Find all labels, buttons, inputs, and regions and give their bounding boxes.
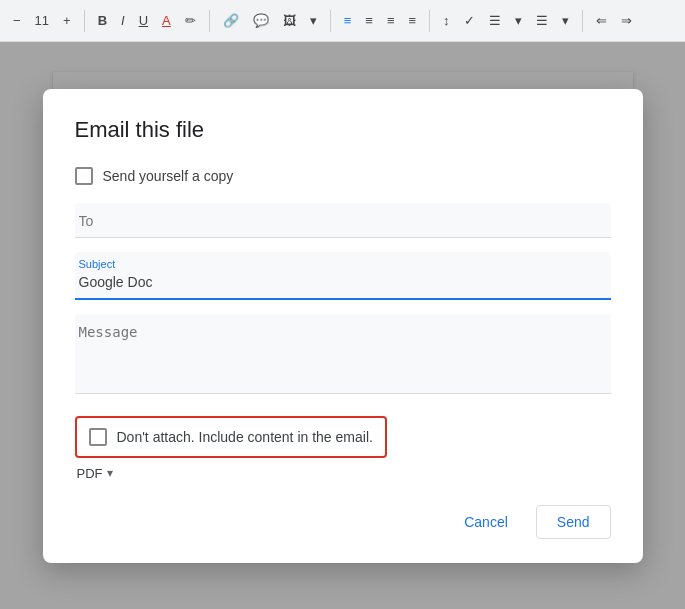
toolbar-divider-2 — [209, 10, 210, 32]
indent-decrease-button[interactable]: ⇐ — [591, 11, 612, 30]
send-copy-label: Send yourself a copy — [103, 168, 234, 184]
list-ordered-button[interactable]: ☰ — [531, 11, 553, 30]
toolbar-divider-1 — [84, 10, 85, 32]
list-unordered-dropdown[interactable]: ▾ — [510, 11, 527, 30]
message-input[interactable] — [75, 314, 611, 394]
list-unordered-button[interactable]: ☰ — [484, 11, 506, 30]
image-dropdown[interactable]: ▾ — [305, 11, 322, 30]
toolbar-divider-5 — [582, 10, 583, 32]
decrease-font-button[interactable]: − — [8, 11, 26, 30]
justify-button[interactable]: ≡ — [404, 11, 422, 30]
cancel-button[interactable]: Cancel — [448, 506, 524, 538]
send-button[interactable]: Send — [536, 505, 611, 539]
attach-checkbox[interactable] — [89, 428, 107, 446]
email-dialog: Email this file Send yourself a copy Sub… — [43, 89, 643, 563]
dialog-title: Email this file — [75, 117, 611, 143]
highlight-button[interactable]: ✏ — [180, 11, 201, 30]
toolbar-divider-3 — [330, 10, 331, 32]
toolbar: − 11 + B I U A ✏ 🔗 💬 🖼 ▾ ≡ ≡ ≡ ≡ ↕ ✓ ☰ ▾… — [0, 0, 685, 42]
pdf-label: PDF — [77, 466, 103, 481]
to-input[interactable] — [75, 203, 611, 238]
font-size-display: 11 — [30, 11, 54, 30]
dialog-actions: Cancel Send — [75, 505, 611, 539]
send-copy-checkbox[interactable] — [75, 167, 93, 185]
comment-button[interactable]: 💬 — [248, 11, 274, 30]
align-center-button[interactable]: ≡ — [360, 11, 378, 30]
indent-increase-button[interactable]: ⇒ — [616, 11, 637, 30]
checklist-button[interactable]: ✓ — [459, 11, 480, 30]
font-color-button[interactable]: A — [157, 11, 176, 30]
link-button[interactable]: 🔗 — [218, 11, 244, 30]
subject-label: Subject — [79, 258, 116, 270]
attach-label: Don't attach. Include content in the ema… — [117, 429, 373, 445]
underline-button[interactable]: U — [134, 11, 153, 30]
message-field-group — [75, 314, 611, 398]
image-button[interactable]: 🖼 — [278, 11, 301, 30]
line-spacing-button[interactable]: ↕ — [438, 11, 455, 30]
modal-overlay: Email this file Send yourself a copy Sub… — [0, 42, 685, 609]
pdf-row: PDF ▾ — [75, 466, 611, 481]
toolbar-divider-4 — [429, 10, 430, 32]
send-copy-row: Send yourself a copy — [75, 167, 611, 185]
list-ordered-dropdown[interactable]: ▾ — [557, 11, 574, 30]
increase-font-button[interactable]: + — [58, 11, 76, 30]
attach-checkbox-row: Don't attach. Include content in the ema… — [75, 416, 387, 458]
bold-button[interactable]: B — [93, 11, 112, 30]
subject-field-group: Subject — [75, 252, 611, 300]
pdf-dropdown-icon[interactable]: ▾ — [107, 466, 113, 480]
subject-input[interactable] — [75, 252, 611, 300]
align-right-button[interactable]: ≡ — [382, 11, 400, 30]
to-field-group — [75, 203, 611, 238]
italic-button[interactable]: I — [116, 11, 130, 30]
align-left-button[interactable]: ≡ — [339, 11, 357, 30]
